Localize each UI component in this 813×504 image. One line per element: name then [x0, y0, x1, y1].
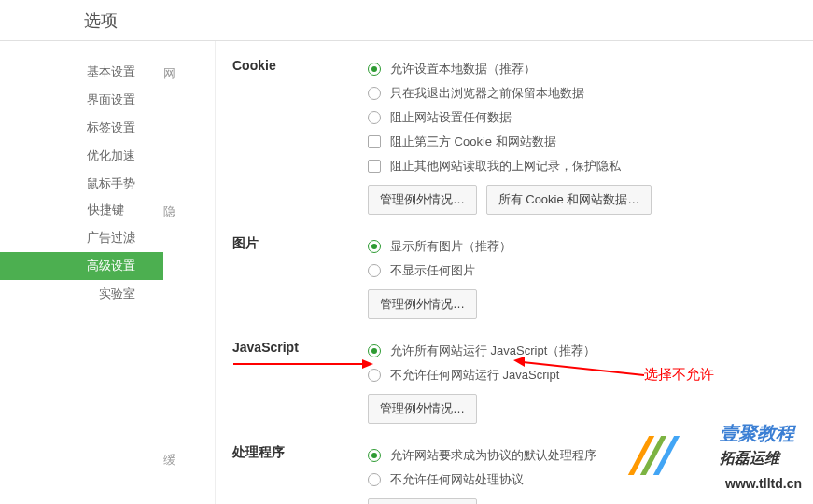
radio-label: 不显示任何图片	[390, 262, 475, 279]
radio-cookie-session[interactable]	[368, 87, 381, 100]
radio-image-show[interactable]	[368, 240, 381, 253]
sidebar: 基本设置 界面设置 标签设置 优化加速 鼠标手势 快捷键 广告过滤 高级设置 实…	[0, 41, 163, 504]
section-title-cookie: Cookie	[232, 58, 368, 215]
btn-image-exceptions[interactable]: 管理例外情况…	[368, 289, 477, 319]
watermark-brand: 壹聚教程 拓磊运维	[720, 421, 794, 469]
btn-handler-manage[interactable]: 管理处理程序…	[368, 498, 477, 504]
radio-label: 不允许任何网站运行 JavaScript	[390, 367, 559, 384]
section-image: 图片 显示所有图片（推荐） 不显示任何图片 管理例外情况…	[232, 235, 813, 319]
page-title: 选项	[84, 9, 118, 32]
sidebar-item-shortcut[interactable]: 快捷键	[0, 196, 163, 224]
sidebar-item-speed[interactable]: 优化加速	[0, 142, 163, 170]
section-title-js: JavaScript	[232, 340, 368, 424]
checkbox-block-tracking[interactable]	[368, 160, 381, 173]
radio-cookie-allow[interactable]	[368, 63, 381, 76]
radio-label: 允许设置本地数据（推荐）	[390, 61, 536, 77]
radio-label: 显示所有图片（推荐）	[390, 238, 512, 255]
checkbox-label: 阻止其他网站读取我的上网记录，保护隐私	[390, 158, 621, 175]
page-header: 选项	[0, 0, 813, 41]
radio-image-hide[interactable]	[368, 264, 381, 277]
sidebar-item-tabs[interactable]: 标签设置	[0, 114, 163, 142]
watermark-url: www.tlltd.cn	[725, 476, 802, 491]
category-label-net: 网	[163, 60, 215, 88]
radio-label: 允许所有网站运行 JavaScript（推荐）	[390, 343, 596, 359]
section-cookie: Cookie 允许设置本地数据（推荐） 只在我退出浏览器之前保留本地数据 阻止网…	[232, 58, 813, 215]
category-label-privacy: 隐	[163, 198, 215, 226]
radio-handler-allow[interactable]	[368, 449, 381, 462]
radio-handler-block[interactable]	[368, 473, 381, 486]
radio-js-allow[interactable]	[368, 344, 381, 357]
radio-js-block[interactable]	[368, 369, 381, 382]
sidebar-item-adblock[interactable]: 广告过滤	[0, 224, 163, 252]
sidebar-item-advanced[interactable]: 高级设置	[0, 252, 163, 280]
radio-label: 只在我退出浏览器之前保留本地数据	[390, 85, 584, 102]
sidebar-item-mouse[interactable]: 鼠标手势	[0, 170, 163, 198]
btn-cookie-all[interactable]: 所有 Cookie 和网站数据…	[486, 185, 652, 215]
btn-cookie-exceptions[interactable]: 管理例外情况…	[368, 185, 477, 215]
radio-label: 阻止网站设置任何数据	[390, 109, 512, 126]
checkbox-block-3p[interactable]	[368, 135, 381, 148]
annotation-text: 选择不允许	[644, 366, 714, 384]
radio-label: 允许网站要求成为协议的默认处理程序	[390, 447, 596, 464]
section-title-handler: 处理程序	[232, 444, 368, 504]
section-title-image: 图片	[232, 235, 368, 319]
watermark-stripes-icon	[638, 436, 673, 478]
section-js: JavaScript 允许所有网站运行 JavaScript（推荐） 不允许任何…	[232, 340, 813, 424]
main-layout: 基本设置 界面设置 标签设置 优化加速 鼠标手势 快捷键 广告过滤 高级设置 实…	[0, 41, 813, 504]
btn-js-exceptions[interactable]: 管理例外情况…	[368, 394, 477, 424]
sidebar-item-ui[interactable]: 界面设置	[0, 86, 163, 114]
checkbox-label: 阻止第三方 Cookie 和网站数据	[390, 133, 556, 150]
sidebar-item-lab[interactable]: 实验室	[0, 280, 163, 308]
category-column: 网 隐 缓	[163, 41, 215, 504]
category-label-cache: 缓	[163, 446, 215, 474]
radio-label: 不允许任何网站处理协议	[390, 471, 524, 488]
radio-cookie-block[interactable]	[368, 111, 381, 124]
sidebar-item-basic[interactable]: 基本设置	[0, 58, 163, 86]
